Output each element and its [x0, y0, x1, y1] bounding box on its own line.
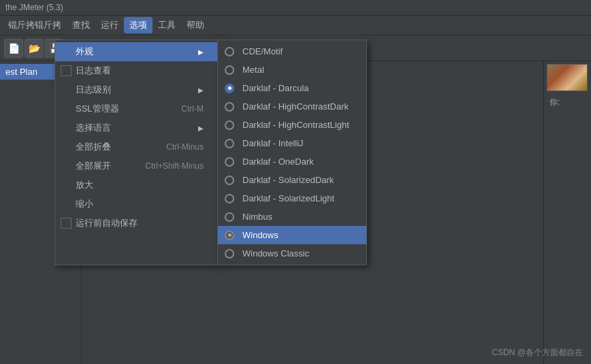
metal-radio — [225, 65, 234, 75]
menu-item-zoom-in[interactable]: 放大 — [55, 176, 217, 195]
onedark-radio — [225, 157, 234, 167]
watermark-text: CSDN @各个方面都自在 — [492, 348, 583, 357]
menu-item-zoom-out[interactable]: 缩小 — [55, 195, 217, 214]
submenu-item-darklaf-darcula[interactable]: Darklaf - Darcula — [218, 79, 366, 97]
submenu-item-darklaf-solarizeddark[interactable]: Darklaf - SolarizedDark — [218, 171, 366, 189]
menu-item-appearance[interactable]: 外观 ▶ — [55, 42, 217, 61]
submenu-item-windows[interactable]: Windows — [218, 226, 366, 244]
menu-item-appearance-label: 外观 — [76, 46, 93, 58]
solarizedlight-label: Darklaf - SolarizedLight — [242, 193, 334, 203]
submenu-item-darklaf-highcontrastdark[interactable]: Darklaf - HighContrastDark — [218, 97, 366, 116]
highcontrastlight-label: Darklaf - HighContrastLight — [242, 120, 349, 130]
solarizeddark-radio — [225, 176, 234, 185]
right-panel: 你: — [543, 61, 591, 364]
menu-item-ssl[interactable]: SSL管理器 Ctrl-M — [55, 99, 217, 118]
cde-label: CDE/Motif — [242, 46, 283, 56]
log-viewer-checkbox[interactable] — [61, 65, 71, 76]
cde-radio — [225, 47, 234, 56]
appearance-submenu: CDE/Motif Metal Darklaf - Darcula Darkla… — [217, 39, 367, 265]
submenu-item-windows-classic[interactable]: Windows Classic — [218, 244, 366, 263]
ssl-shortcut: Ctrl-M — [181, 104, 204, 114]
submenu-item-nimbus[interactable]: Nimbus — [218, 208, 366, 226]
highcontrastlight-radio — [225, 120, 234, 130]
intellij-radio — [225, 139, 234, 148]
dropdown-container: 外观 ▶ 日志查看 日志级别 ▶ SSL管理器 Ctrl-M 选择语言 ▶ 全部… — [54, 39, 367, 265]
solarizeddark-label: Darklaf - SolarizedDark — [242, 175, 334, 185]
menu-run[interactable]: 运行 — [95, 17, 124, 33]
menu-item-ssl-label: SSL管理器 — [76, 103, 119, 115]
nimbus-label: Nimbus — [242, 212, 272, 222]
options-menu: 外观 ▶ 日志查看 日志级别 ▶ SSL管理器 Ctrl-M 选择语言 ▶ 全部… — [54, 39, 218, 265]
auto-save-label: 运行前自动保存 — [76, 217, 138, 229]
windows-label: Windows — [242, 230, 278, 240]
menu-options[interactable]: 选项 — [124, 17, 153, 33]
submenu-item-darklaf-intellij[interactable]: Darklaf - IntelliJ — [218, 134, 366, 152]
watermark: CSDN @各个方面都自在 — [492, 347, 583, 359]
submenu-item-darklaf-onedark[interactable]: Darklaf - OneDark — [218, 152, 366, 171]
darcula-radio — [225, 84, 234, 93]
zoom-out-label: 缩小 — [76, 198, 93, 210]
highcontrastdark-radio — [225, 102, 234, 112]
menu-item-log-level-label: 日志级别 — [76, 84, 111, 96]
menu-item-log-level[interactable]: 日志级别 ▶ — [55, 80, 217, 99]
menu-item-collapse-all[interactable]: 全部折叠 Ctrl-Minus — [55, 137, 217, 156]
toolbar-open[interactable]: 📂 — [25, 39, 44, 58]
collapse-all-shortcut: Ctrl-Minus — [166, 142, 204, 152]
menu-tools[interactable]: 工具 — [153, 17, 181, 33]
title-text: the JMeter (5.3) — [5, 3, 63, 12]
submenu-item-darklaf-highcontrastlight[interactable]: Darklaf - HighContrastLight — [218, 116, 366, 134]
onedark-label: Darklaf - OneDark — [242, 156, 314, 167]
windows-classic-label: Windows Classic — [242, 248, 309, 259]
zoom-in-label: 放大 — [76, 179, 93, 191]
windows-radio — [225, 231, 234, 240]
sidebar-label: est Plan — [5, 67, 37, 77]
menu-help[interactable]: 帮助 — [181, 17, 210, 33]
appearance-arrow: ▶ — [198, 48, 204, 56]
solarizedlight-radio — [225, 194, 234, 203]
nimbus-radio — [225, 212, 234, 222]
right-panel-label: 你: — [544, 94, 591, 111]
darcula-label: Darklaf - Darcula — [242, 83, 309, 93]
menu-item-expand-all[interactable]: 全部展开 Ctrl+Shift-Minus — [55, 156, 217, 176]
windows-classic-radio — [225, 249, 234, 259]
menu-item-language-label: 选择语言 — [76, 122, 111, 134]
menu-edit[interactable]: 查找 — [67, 17, 95, 33]
submenu-item-cde-motif[interactable]: CDE/Motif — [218, 42, 366, 61]
auto-save-checkbox[interactable] — [61, 218, 71, 229]
title-bar: the JMeter (5.3) — [0, 0, 591, 16]
language-arrow: ▶ — [198, 125, 204, 132]
menu-item-log-viewer-label: 日志查看 — [76, 65, 111, 77]
right-panel-image — [547, 64, 588, 91]
highcontrastdark-label: Darklaf - HighContrastDark — [242, 101, 349, 112]
menu-item-log-viewer[interactable]: 日志查看 — [55, 61, 217, 80]
toolbar-new[interactable]: 📄 — [4, 39, 23, 58]
intellij-label: Darklaf - IntelliJ — [242, 138, 304, 148]
expand-all-label: 全部展开 — [76, 160, 111, 172]
menu-bar: 锟斤拷锟斤拷 查找 运行 选项 工具 帮助 — [0, 16, 591, 35]
collapse-all-label: 全部折叠 — [76, 141, 111, 153]
metal-label: Metal — [242, 65, 264, 75]
menu-item-auto-save[interactable]: 运行前自动保存 — [55, 214, 217, 233]
menu-item-language[interactable]: 选择语言 ▶ — [55, 118, 217, 137]
expand-all-shortcut: Ctrl+Shift-Minus — [145, 161, 204, 171]
log-level-arrow: ▶ — [198, 86, 204, 94]
submenu-item-metal[interactable]: Metal — [218, 61, 366, 79]
menu-file[interactable]: 锟斤拷锟斤拷 — [3, 17, 67, 33]
submenu-item-darklaf-solarizedlight[interactable]: Darklaf - SolarizedLight — [218, 189, 366, 208]
